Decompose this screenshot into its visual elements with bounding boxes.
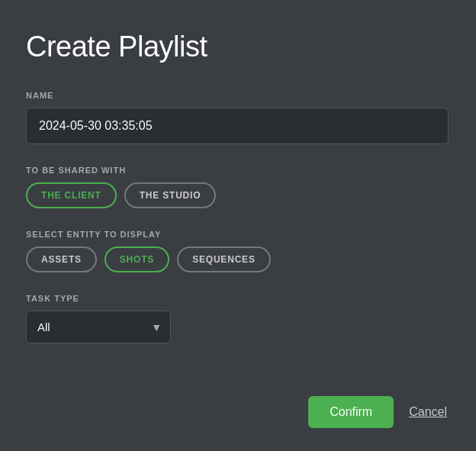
name-label: NAME	[26, 91, 450, 100]
shared-with-field-group: TO BE SHARED WITH THE CLIENT THE STUDIO	[26, 166, 450, 208]
task-type-label: TASK TYPE	[26, 294, 450, 303]
entity-pill-group: ASSETS SHOTS SEQUENCES	[26, 246, 450, 272]
entity-label: SELECT ENTITY TO DISPLAY	[26, 230, 450, 239]
task-type-select-wrapper: All ▼	[26, 311, 171, 343]
entity-shots-pill[interactable]: SHOTS	[105, 246, 169, 272]
task-type-field-group: TASK TYPE All ▼	[26, 294, 450, 343]
shared-with-client-pill[interactable]: THE CLIENT	[26, 182, 117, 208]
entity-sequences-pill[interactable]: SEQUENCES	[177, 246, 271, 272]
shared-with-studio-pill[interactable]: THE STUDIO	[124, 182, 217, 208]
confirm-button[interactable]: Confirm	[308, 396, 394, 428]
name-input[interactable]	[26, 108, 449, 144]
task-type-select[interactable]: All	[26, 311, 171, 343]
cancel-button[interactable]: Cancel	[406, 396, 450, 428]
footer-actions: Confirm Cancel	[308, 396, 450, 428]
shared-with-label: TO BE SHARED WITH	[26, 166, 450, 175]
shared-with-pill-group: THE CLIENT THE STUDIO	[26, 182, 450, 208]
entity-assets-pill[interactable]: ASSETS	[26, 246, 97, 272]
entity-field-group: SELECT ENTITY TO DISPLAY ASSETS SHOTS SE…	[26, 230, 450, 272]
create-playlist-container: Create Playlist NAME TO BE SHARED WITH T…	[0, 0, 476, 395]
page-title: Create Playlist	[26, 31, 450, 63]
name-field-group: NAME	[26, 91, 450, 144]
